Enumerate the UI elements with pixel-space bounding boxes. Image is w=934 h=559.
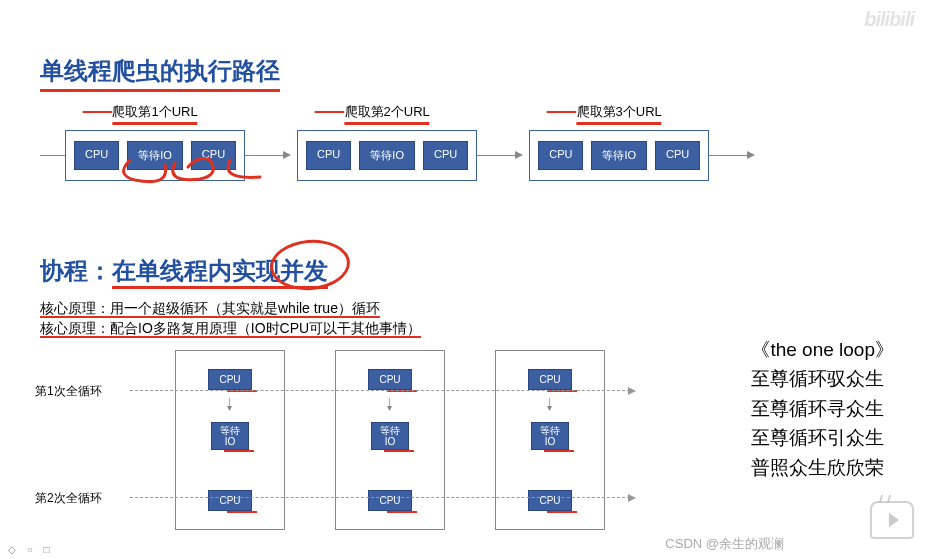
url-block-1: 爬取第1个URL CPU 等待IO CPU <box>65 130 245 181</box>
block-label: 爬取第3个URL <box>577 103 662 125</box>
poem-line: 普照众生欣欣荣 <box>751 453 894 482</box>
cpu-cell: CPU <box>74 141 119 170</box>
url-block-3: 爬取第3个URL CPU 等待IO CPU <box>529 130 709 181</box>
principle-text: 配合IO多路复用原理（IO时CPU可以干其他事情） <box>110 320 421 338</box>
cpu-cell: CPU <box>368 490 411 511</box>
arrow-down-icon: │▾ <box>387 402 393 410</box>
play-icon[interactable] <box>870 501 914 539</box>
loop-arrow-2 <box>130 497 630 498</box>
poem-line: 至尊循环寻众生 <box>751 394 894 423</box>
io-wait-cell: 等待IO <box>371 422 409 450</box>
principle-1: 核心原理：用一个超级循环（其实就是while true）循环 <box>40 300 380 318</box>
cpu-cell: CPU <box>528 369 571 390</box>
bilibili-watermark: bilibili <box>864 8 914 31</box>
loop-arrow-1 <box>130 390 630 391</box>
csdn-watermark: CSDN @余生的观澜 <box>665 535 784 553</box>
arrow-down-icon: │▾ <box>547 402 553 410</box>
loop-label-2: 第2次全循环 <box>35 490 102 507</box>
block-label: 爬取第1个URL <box>112 103 197 125</box>
cpu-cell: CPU <box>368 369 411 390</box>
poem-block: 《the one loop》 至尊循环驭众生 至尊循环寻众生 至尊循环引众生 普… <box>751 335 894 482</box>
principle-text: 用一个超级循环（其实就是while true）循环 <box>110 300 380 318</box>
cpu-cell: CPU <box>208 369 251 390</box>
poem-title: 《the one loop》 <box>751 335 894 364</box>
cpu-cell: CPU <box>528 490 571 511</box>
cpu-cell: CPU <box>208 490 251 511</box>
cpu-cell: CPU <box>538 141 583 170</box>
io-wait-cell: 等待IO <box>127 141 183 170</box>
arrow-down-icon: │▾ <box>227 402 233 410</box>
principle-label: 核心原理： <box>40 300 110 318</box>
poem-line: 至尊循环引众生 <box>751 423 894 452</box>
principle-2: 核心原理：配合IO多路复用原理（IO时CPU可以干其他事情） <box>40 320 421 338</box>
cpu-cell: CPU <box>191 141 236 170</box>
heading-single-thread: 单线程爬虫的执行路径 <box>40 55 280 92</box>
single-thread-flow: 爬取第1个URL CPU 等待IO CPU 爬取第2个URL CPU 等待IO … <box>40 130 914 181</box>
url-block-2: 爬取第2个URL CPU 等待IO CPU <box>297 130 477 181</box>
io-wait-cell: 等待IO <box>531 422 569 450</box>
io-wait-cell: 等待IO <box>591 141 647 170</box>
loop-label-1: 第1次全循环 <box>35 383 102 400</box>
bottom-toolbar: ◇ ○ □ <box>8 544 54 555</box>
io-wait-cell: 等待IO <box>211 422 249 450</box>
cpu-cell: CPU <box>423 141 468 170</box>
cpu-cell: CPU <box>306 141 351 170</box>
title-prefix: 协程： <box>40 257 112 284</box>
io-wait-cell: 等待IO <box>359 141 415 170</box>
loop-column: CPU │▾ 等待IO CPU <box>335 350 445 530</box>
poem-line: 至尊循环驭众生 <box>751 364 894 393</box>
loop-column: CPU │▾ 等待IO CPU <box>175 350 285 530</box>
loop-column: CPU │▾ 等待IO CPU <box>495 350 605 530</box>
block-label: 爬取第2个URL <box>345 103 430 125</box>
principle-label: 核心原理： <box>40 320 110 338</box>
cpu-cell: CPU <box>655 141 700 170</box>
